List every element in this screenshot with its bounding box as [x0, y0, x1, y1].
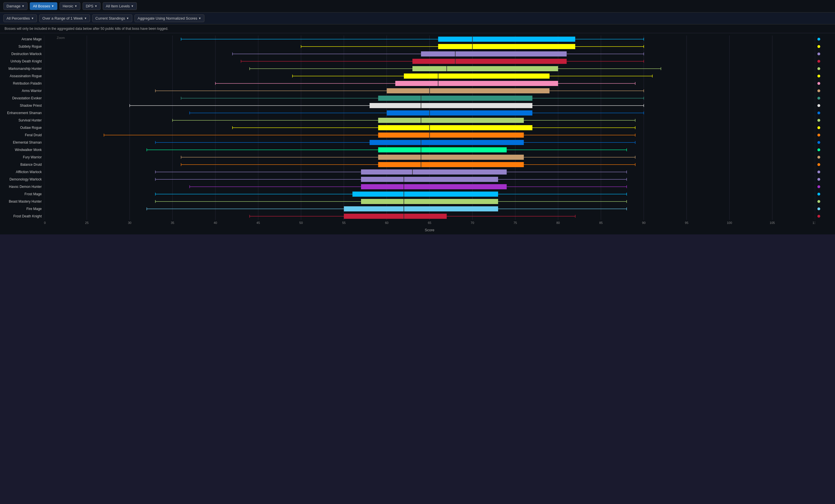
right-dot-row [815, 146, 835, 154]
x-tick: 95 [685, 221, 688, 224]
right-dot-row [815, 50, 835, 58]
plot-area: 2025303540455055606570758085909510010511… [44, 36, 815, 235]
y-label: Feral Druid [0, 132, 44, 139]
right-dot-row [815, 161, 835, 168]
aggregate-arrow: ▼ [198, 17, 201, 20]
right-dot-row [815, 213, 835, 220]
x-tick: 105 [770, 221, 775, 224]
right-dot-row [815, 198, 835, 205]
heroic-label: Heroic [63, 4, 74, 8]
x-tick: 55 [342, 221, 345, 224]
right-dot [817, 200, 820, 203]
x-tick: 90 [642, 221, 646, 224]
y-label: Fire Mage [0, 205, 44, 213]
standings-label: Current Standings [95, 16, 125, 20]
y-label: Demonology Warlock [0, 176, 44, 183]
x-tick: 20 [44, 221, 46, 224]
right-dot [817, 104, 820, 107]
x-tick: 25 [85, 221, 88, 224]
right-dot-row [815, 190, 835, 198]
y-label: Arms Warrior [0, 87, 44, 95]
aggregate-dropdown[interactable]: Aggregate Using Normalized Scores ▼ [135, 15, 204, 22]
aggregate-label: Aggregate Using Normalized Scores [138, 16, 197, 20]
y-label: Elemental Shaman [0, 139, 44, 146]
damage-dropdown[interactable]: Damage ▼ [3, 2, 27, 10]
standings-dropdown[interactable]: Current Standings ▼ [92, 15, 132, 22]
y-label: Shadow Priest [0, 102, 44, 109]
item-levels-arrow: ▼ [131, 4, 134, 8]
y-label: Assassination Rogue [0, 73, 44, 80]
x-tick: 35 [171, 221, 174, 224]
y-label: Retribution Paladin [0, 80, 44, 87]
right-dot-row [815, 124, 835, 132]
y-label: Devastation Evoker [0, 95, 44, 102]
right-dot [817, 75, 820, 78]
x-tick: 85 [599, 221, 603, 224]
heroic-dropdown[interactable]: Heroic ▼ [60, 2, 80, 10]
right-dot-row [815, 154, 835, 161]
x-tick: 70 [471, 221, 474, 224]
right-dot [817, 207, 820, 210]
info-text: Bosses will only be included in the aggr… [4, 27, 168, 31]
info-bar: Bosses will only be included in the aggr… [0, 24, 835, 33]
right-dot [817, 178, 820, 181]
dps-dropdown[interactable]: DPS ▼ [83, 2, 100, 10]
right-dot-row [815, 87, 835, 95]
right-dot-row [815, 132, 835, 139]
range-dropdown[interactable]: Over a Range of 1 Week ▼ [39, 15, 90, 22]
y-label: Affliction Warlock [0, 168, 44, 176]
top-nav: Damage ▼ All Bosses ▼ Heroic ▼ DPS ▼ All… [0, 0, 835, 13]
right-dot-row [815, 205, 835, 213]
heroic-arrow: ▼ [74, 4, 77, 8]
y-label: Balance Druid [0, 161, 44, 168]
all-bosses-dropdown[interactable]: All Bosses ▼ [30, 2, 57, 10]
right-dot-row [815, 73, 835, 80]
right-dot [817, 89, 820, 92]
standings-arrow: ▼ [126, 17, 129, 20]
percentiles-arrow: ▼ [31, 17, 34, 20]
right-dot [817, 45, 820, 48]
right-dot-row [815, 168, 835, 176]
y-label: Arcane Mage [0, 36, 44, 43]
x-tick: 30 [128, 221, 131, 224]
y-label: Beast Mastery Hunter [0, 198, 44, 205]
y-label: Marksmanship Hunter [0, 65, 44, 73]
right-dot [817, 141, 820, 144]
right-dot-row [815, 139, 835, 146]
dps-label: DPS [86, 4, 94, 8]
right-dots [815, 36, 835, 235]
right-dot-row [815, 43, 835, 50]
right-dot [817, 193, 820, 196]
y-label: Subtlety Rogue [0, 43, 44, 50]
right-dot [817, 126, 820, 129]
range-label: Over a Range of 1 Week [42, 16, 83, 20]
item-levels-label: All Item Levels [106, 4, 130, 8]
damage-arrow: ▼ [22, 4, 24, 8]
right-dot [817, 156, 820, 159]
y-label: Frost Mage [0, 190, 44, 198]
all-bosses-label: All Bosses [33, 4, 50, 8]
x-tick: 110 [813, 221, 815, 224]
y-label: Windwalker Monk [0, 146, 44, 154]
right-dot [817, 119, 820, 122]
y-label: Havoc Demon Hunter [0, 183, 44, 190]
right-dot [817, 170, 820, 174]
percentiles-dropdown[interactable]: All Percentiles ▼ [3, 15, 37, 22]
right-dot-row [815, 102, 835, 109]
right-dot [817, 148, 820, 151]
y-label: Destruction Warlock [0, 50, 44, 58]
right-dot-row [815, 58, 835, 65]
right-dot-row [815, 95, 835, 102]
y-label: Enhancement Shaman [0, 109, 44, 117]
right-dot-row [815, 176, 835, 183]
y-label: Fury Warrior [0, 154, 44, 161]
x-tick: 45 [257, 221, 260, 224]
item-levels-dropdown[interactable]: All Item Levels ▼ [103, 2, 137, 10]
right-dot [817, 67, 820, 70]
x-tick: 50 [300, 221, 303, 224]
right-dot [817, 82, 820, 85]
right-dot [817, 97, 820, 100]
y-label: Survival Hunter [0, 117, 44, 124]
dps-arrow: ▼ [95, 4, 97, 8]
x-tick-labels: 2025303540455055606570758085909510010511… [44, 221, 815, 227]
